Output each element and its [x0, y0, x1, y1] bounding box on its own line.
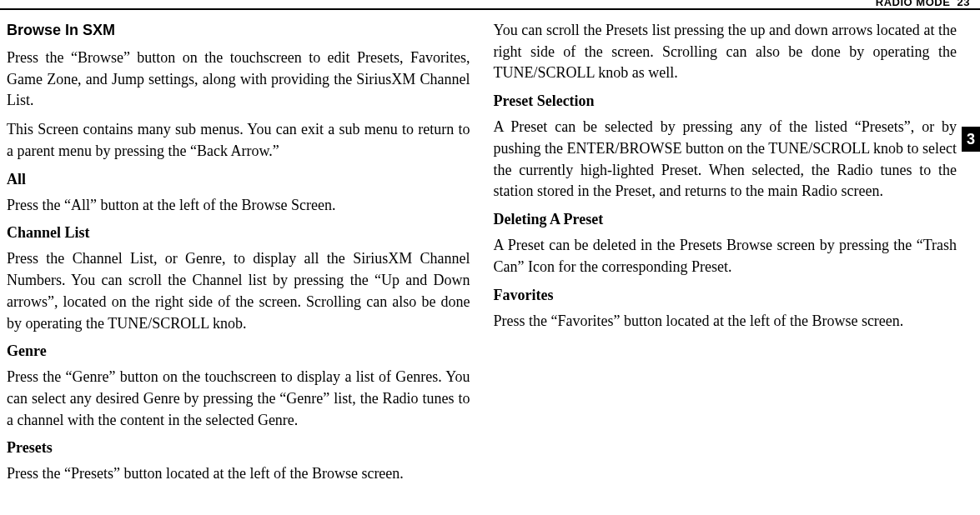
heading-preset-selection: Preset Selection [494, 92, 957, 110]
body-text: Press the “Browse” button on the touchsc… [7, 48, 470, 112]
header-label: RADIO MODE 23 [871, 0, 970, 8]
body-text: A Preset can be selected by pressing any… [494, 117, 957, 202]
body-text: Press the “All” button at the left of th… [7, 195, 470, 217]
body-text: This Screen contains many sub menus. You… [7, 119, 470, 162]
heading-all: All [7, 171, 470, 188]
body-text: Press the “Presets” button located at th… [7, 463, 470, 485]
heading-browse-in-sxm: Browse In SXM [7, 22, 470, 39]
page-number: 23 [957, 0, 970, 8]
page-content: Browse In SXM Press the “Browse” button … [7, 20, 957, 515]
body-text: A Preset can be deleted in the Presets B… [494, 235, 957, 278]
heading-deleting-preset: Deleting A Preset [494, 211, 957, 228]
heading-presets: Presets [7, 439, 470, 457]
heading-favorites: Favorites [494, 287, 957, 304]
header-section-name: RADIO MODE [876, 0, 951, 8]
body-text: Press the Channel List, or Genre, to dis… [7, 248, 470, 334]
section-tab-number: 3 [967, 131, 975, 148]
heading-channel-list: Channel List [7, 224, 470, 242]
header-rule [0, 8, 980, 10]
body-text: You can scroll the Presets list pressing… [494, 20, 957, 84]
body-text: Press the “Genre” button on the touchscr… [7, 367, 470, 431]
heading-genre: Genre [7, 342, 470, 360]
body-text: Press the “Favorites” button located at … [494, 311, 957, 332]
section-tab: 3 [962, 127, 980, 152]
